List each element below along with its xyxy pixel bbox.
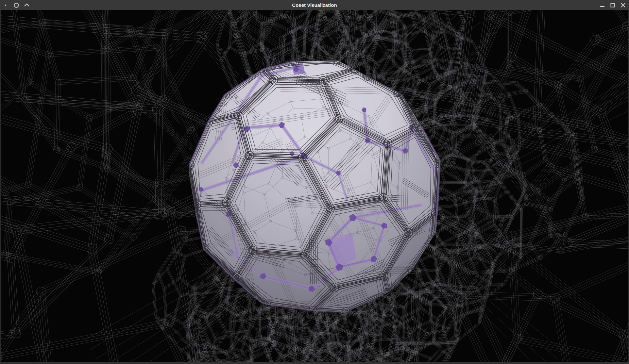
svg-text:Coset Visualization: Coset Visualization [292,2,337,8]
